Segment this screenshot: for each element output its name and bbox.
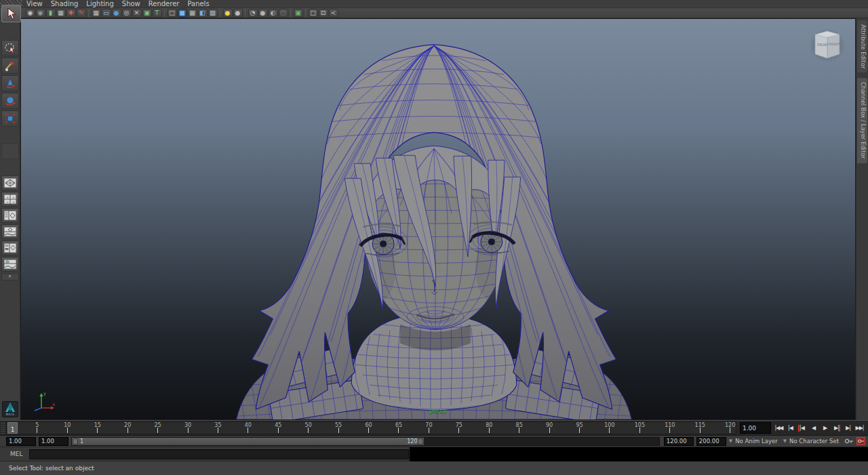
rotate-tool[interactable] <box>1 93 19 109</box>
go-to-start-button[interactable]: |◀◀ <box>773 422 785 434</box>
toolbar-separator <box>220 9 220 17</box>
command-line-input[interactable] <box>29 449 409 459</box>
paint-select-tool[interactable] <box>1 58 19 74</box>
single-pane-icon <box>3 178 17 188</box>
range-slider-track[interactable]: 1 120 <box>71 437 660 446</box>
range-end-handle[interactable] <box>418 438 423 445</box>
safe-title-icon[interactable]: ▣ <box>142 9 152 18</box>
layout-persp-outliner-button[interactable] <box>1 208 19 223</box>
help-line-text: Select Tool: select an object <box>6 465 94 472</box>
time-tick-30: 30 <box>188 422 189 434</box>
hypershade-pane-icon <box>3 243 17 253</box>
view-cube-icon: FRONT RIGHT <box>809 27 846 62</box>
toolbar-separator <box>88 9 89 17</box>
all-lights-icon[interactable]: ● <box>233 9 243 18</box>
select-camera-icon[interactable]: ◉ <box>26 9 35 18</box>
gate-mask-icon[interactable]: ● <box>112 9 121 18</box>
panel-toolbar: ◉◉▮▦✚✎▦▭●◎✕▣T□■▩◧▨●●◔●◐◌▣□⊡≺ <box>0 8 868 18</box>
range-start-label: 1 <box>80 438 83 445</box>
playback-range-block[interactable]: 1 120 <box>72 438 424 445</box>
use-default-material-icon[interactable]: ◔ <box>248 9 258 18</box>
menu-shading[interactable]: Shading <box>49 0 85 7</box>
frame-selection-icon[interactable]: ⊡ <box>319 9 328 18</box>
menu-panels[interactable]: Panels <box>185 0 215 7</box>
menu-lighting[interactable]: Lighting <box>84 0 119 7</box>
character-set-dropdown[interactable]: ▼ No Character Set <box>783 438 839 445</box>
resolution-gate-icon[interactable]: ▭ <box>102 9 111 18</box>
scene-cube-icon[interactable]: □ <box>309 9 318 18</box>
layout-persp-graph-button[interactable] <box>1 224 19 239</box>
wireframe-model-view[interactable] <box>21 19 855 419</box>
playback-start-field[interactable] <box>39 437 68 446</box>
step-forward-frame-button[interactable]: ▶| <box>842 422 854 434</box>
svg-text:+: + <box>12 195 15 199</box>
textured-lights-icon[interactable]: ▨ <box>208 9 218 18</box>
layout-hypershade-persp-button[interactable] <box>1 241 19 255</box>
move-tool[interactable] <box>1 75 19 91</box>
wireframe-icon[interactable]: □ <box>167 9 177 18</box>
last-tool-slot[interactable] <box>1 143 19 159</box>
shaded-icon[interactable]: ■ <box>178 9 187 18</box>
default-lighting-icon[interactable]: ● <box>223 9 233 18</box>
share-view-icon[interactable]: ≺ <box>329 9 338 18</box>
image-plane-icon[interactable]: ✚ <box>66 9 76 18</box>
command-line-mode-label[interactable]: MEL <box>6 451 29 457</box>
layout-single-perspective-button[interactable] <box>1 175 19 190</box>
smooth-shade-all-icon[interactable]: ● <box>258 9 268 18</box>
go-to-end-button[interactable]: ▶▶| <box>854 422 865 434</box>
lock-camera-icon[interactable]: ◉ <box>36 9 45 18</box>
auto-keyframe-icon[interactable] <box>856 437 865 445</box>
camera-attributes-icon[interactable]: ▮ <box>46 9 56 18</box>
highlight-selection-icon[interactable]: T <box>153 9 162 18</box>
layout-four-view-button[interactable]: ++ ++ <box>1 192 19 207</box>
maya-window: ViewShadingLightingShowRendererPanels ◉◉… <box>0 0 868 475</box>
film-gate-icon[interactable]: ▦ <box>92 9 101 18</box>
select-arrow-icon <box>6 7 17 20</box>
bookmarks-icon[interactable]: ▦ <box>56 9 66 18</box>
brush-icon <box>4 60 16 72</box>
camera-name-label: persp <box>429 407 446 414</box>
tab-attribute-editor[interactable]: Attribute Editor <box>856 20 868 73</box>
step-forward-key-button[interactable]: ▶| <box>831 422 842 434</box>
play-backwards-button[interactable]: ◀ <box>808 422 819 434</box>
step-back-frame-button[interactable]: |◀ <box>785 422 796 434</box>
wireframe-on-shaded-icon[interactable]: ▩ <box>188 9 197 18</box>
set-key-icon[interactable] <box>844 438 854 445</box>
step-back-key-button[interactable]: |◀ <box>796 422 808 434</box>
lasso-tool[interactable] <box>1 40 19 56</box>
current-frame-marker[interactable]: 1 <box>7 422 18 434</box>
menu-show[interactable]: Show <box>120 0 146 7</box>
menu-view[interactable]: View <box>24 0 49 7</box>
grease-pencil-icon[interactable]: ✎ <box>77 9 86 18</box>
play-forwards-button[interactable]: ▶ <box>819 422 831 434</box>
current-frame-field[interactable] <box>740 422 771 434</box>
field-chart-icon[interactable]: ◎ <box>122 9 132 18</box>
view-cube[interactable]: FRONT RIGHT <box>809 27 846 62</box>
tab-channel-box-layer-editor[interactable]: Channel Box / Layer Editor <box>856 77 868 163</box>
viewport-persp[interactable]: FRONT RIGHT y x persp <box>20 18 856 420</box>
select-tool[interactable] <box>1 5 21 22</box>
viewcube-front-label: FRONT <box>817 43 829 47</box>
range-start-handle[interactable] <box>73 438 78 445</box>
animation-start-field[interactable] <box>6 437 36 446</box>
time-tick-120: 120 <box>730 422 730 434</box>
layout-menu-dropdown[interactable]: ▾ <box>1 273 19 281</box>
command-line-output[interactable] <box>409 447 868 461</box>
axis-x-label: x <box>52 402 55 407</box>
time-tick-35: 35 <box>218 422 218 434</box>
safe-action-icon[interactable]: ✕ <box>132 9 142 18</box>
isolate-select-icon[interactable]: ▣ <box>294 9 303 18</box>
time-slider-track[interactable]: 1 51015202530354045505560657075808590951… <box>6 421 736 434</box>
bounding-box-icon[interactable]: ◌ <box>279 9 288 18</box>
scale-tool[interactable] <box>1 110 19 127</box>
time-tick-110: 110 <box>669 422 670 434</box>
layout-persp-curve-button[interactable] <box>1 257 19 272</box>
flat-shade-icon[interactable]: ◐ <box>269 9 278 18</box>
menu-renderer[interactable]: Renderer <box>146 0 186 7</box>
anim-layer-dropdown[interactable]: ▼ No Anim Layer <box>729 438 778 445</box>
time-slider-grip[interactable] <box>1 422 5 434</box>
animation-end-field[interactable] <box>696 437 726 446</box>
playback-end-field[interactable] <box>664 437 694 446</box>
viewcube-right-label: RIGHT <box>829 42 841 46</box>
textured-icon[interactable]: ◧ <box>198 9 208 18</box>
